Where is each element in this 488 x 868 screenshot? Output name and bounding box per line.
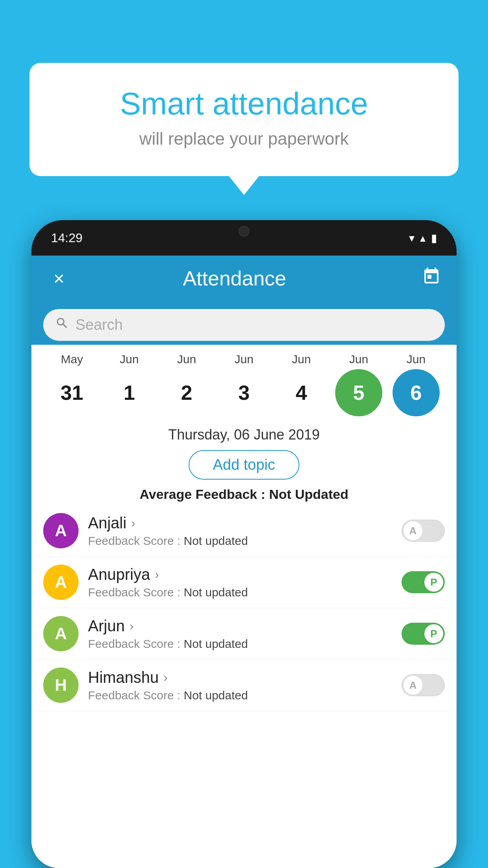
student-info-arjun: Arjun › Feedback Score : Not updated	[88, 617, 402, 651]
add-topic-button[interactable]: Add topic	[189, 450, 299, 480]
month-4: Jun	[278, 353, 325, 366]
student-feedback-anupriya: Feedback Score : Not updated	[88, 586, 402, 599]
avatar-anjali: A	[43, 513, 79, 548]
chevron-icon-arjun: ›	[129, 619, 134, 633]
toggle-knob-anjali: A	[404, 521, 422, 540]
app-title: Attendance	[47, 267, 422, 290]
chevron-icon-anjali: ›	[131, 516, 136, 530]
calendar-strip: May Jun Jun Jun Jun Jun Jun 31 1 2 3 4 5…	[31, 345, 457, 420]
search-container: Search	[31, 301, 457, 345]
battery-icon: ▮	[431, 232, 437, 245]
toggle-arjun[interactable]: P	[402, 623, 445, 645]
student-name-anupriya: Anupriya	[88, 566, 150, 583]
speech-bubble: Smart attendance will replace your paper…	[29, 63, 459, 176]
calendar-day-3[interactable]: 3	[220, 369, 268, 416]
attendance-toggle-himanshu[interactable]: A	[402, 674, 445, 696]
phone-camera	[238, 226, 250, 237]
avatar-arjun: A	[43, 616, 79, 651]
selected-date-label: Thursday, 06 June 2019	[31, 420, 457, 446]
toggle-knob-arjun: P	[424, 624, 443, 643]
month-5: Jun	[335, 353, 382, 366]
content-area: Thursday, 06 June 2019 Add topic Average…	[31, 420, 457, 868]
status-time: 14:29	[51, 231, 83, 245]
month-1: Jun	[106, 353, 153, 366]
toggle-knob-anupriya: P	[424, 573, 443, 592]
speech-bubble-subtitle: will replace your paperwork	[61, 129, 427, 149]
speech-bubble-title: Smart attendance	[61, 86, 427, 121]
chevron-icon-himanshu: ›	[163, 670, 168, 685]
avatar-anupriya: A	[43, 565, 79, 600]
chevron-icon-anupriya: ›	[155, 567, 159, 582]
month-6: Jun	[393, 353, 440, 366]
wifi-icon: ▾	[409, 232, 415, 245]
student-info-anjali: Anjali › Feedback Score : Not updated	[88, 514, 402, 548]
signal-icon: ▴	[420, 232, 426, 245]
calendar-months-row: May Jun Jun Jun Jun Jun Jun	[43, 353, 445, 366]
avatar-himanshu: H	[43, 668, 79, 703]
student-name-himanshu: Himanshu	[88, 669, 159, 686]
student-item-himanshu[interactable]: H Himanshu › Feedback Score : Not update…	[31, 660, 457, 711]
phone-frame: 14:29 ▾ ▴ ▮ × Attendance	[31, 220, 457, 868]
status-icons: ▾ ▴ ▮	[409, 232, 437, 245]
student-item-anjali[interactable]: A Anjali › Feedback Score : Not updated …	[31, 505, 457, 557]
calendar-icon[interactable]	[422, 267, 441, 290]
student-name-row-arjun: Arjun ›	[88, 617, 402, 635]
app-header: × Attendance	[31, 256, 457, 301]
student-name-row-anjali: Anjali ›	[88, 514, 402, 532]
phone-notch	[216, 220, 272, 242]
avg-feedback-row: Average Feedback : Not Updated	[31, 484, 457, 505]
student-feedback-anjali: Feedback Score : Not updated	[88, 534, 402, 548]
student-name-arjun: Arjun	[88, 617, 125, 635]
search-icon	[55, 316, 69, 334]
toggle-knob-himanshu: A	[404, 676, 422, 695]
speech-bubble-container: Smart attendance will replace your paper…	[29, 63, 459, 176]
toggle-anupriya[interactable]: P	[402, 571, 445, 593]
month-2: Jun	[163, 353, 210, 366]
student-feedback-himanshu: Feedback Score : Not updated	[88, 689, 402, 702]
month-3: Jun	[220, 353, 268, 366]
avg-feedback-label: Average Feedback :	[139, 487, 269, 502]
calendar-day-4[interactable]: 4	[278, 369, 325, 416]
calendar-day-1[interactable]: 1	[106, 369, 153, 416]
student-name-row-anupriya: Anupriya ›	[88, 566, 402, 583]
toggle-himanshu[interactable]: A	[402, 674, 445, 696]
calendar-day-5[interactable]: 5	[335, 369, 382, 416]
calendar-day-2[interactable]: 2	[163, 369, 210, 416]
attendance-toggle-anupriya[interactable]: P	[402, 571, 445, 593]
calendar-day-6[interactable]: 6	[393, 369, 440, 416]
student-name-anjali: Anjali	[88, 514, 127, 532]
student-item-arjun[interactable]: A Arjun › Feedback Score : Not updated P	[31, 608, 457, 660]
student-feedback-arjun: Feedback Score : Not updated	[88, 637, 402, 651]
student-info-himanshu: Himanshu › Feedback Score : Not updated	[88, 669, 402, 702]
search-input[interactable]: Search	[75, 316, 123, 333]
student-list: A Anjali › Feedback Score : Not updated …	[31, 505, 457, 868]
month-0: May	[48, 353, 95, 366]
student-name-row-himanshu: Himanshu ›	[88, 669, 402, 686]
phone-screen: × Attendance Search May	[31, 256, 457, 868]
student-info-anupriya: Anupriya › Feedback Score : Not updated	[88, 566, 402, 599]
toggle-anjali[interactable]: A	[402, 520, 445, 542]
attendance-toggle-anjali[interactable]: A	[402, 520, 445, 542]
student-item-anupriya[interactable]: A Anupriya › Feedback Score : Not update…	[31, 557, 457, 608]
calendar-day-0[interactable]: 31	[48, 369, 95, 416]
status-bar: 14:29 ▾ ▴ ▮	[31, 220, 457, 256]
search-bar[interactable]: Search	[43, 309, 445, 341]
avg-feedback-value: Not Updated	[269, 487, 349, 502]
calendar-dates-row: 31 1 2 3 4 5 6	[43, 369, 445, 416]
attendance-toggle-arjun[interactable]: P	[402, 623, 445, 645]
